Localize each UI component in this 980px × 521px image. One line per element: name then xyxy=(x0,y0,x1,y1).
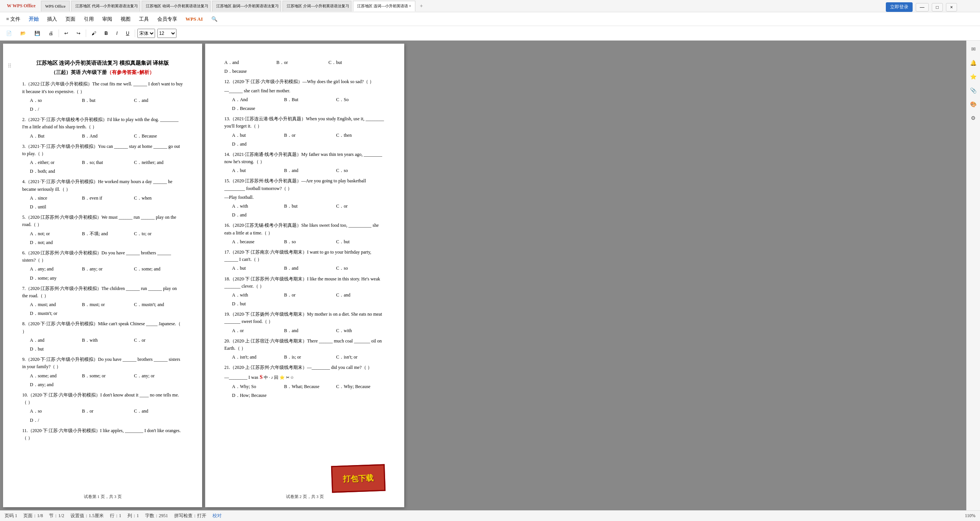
side-icon-paint[interactable]: 🎨 xyxy=(968,99,979,110)
toolbar-bold[interactable]: B xyxy=(101,29,111,37)
status-page: 页码 1 xyxy=(5,513,17,519)
new-tab-button[interactable]: + xyxy=(417,2,426,11)
menu-bar: ≡ 文件 开始 插入 页面 引用 审阅 视图 工具 会员专享 WPS AI 🔍 xyxy=(0,12,980,26)
menu-insert[interactable]: 插入 xyxy=(43,14,61,24)
drag-handle-left[interactable]: ⠿ xyxy=(8,63,11,69)
status-words: 字数：2951 xyxy=(145,513,168,519)
tab-2[interactable]: 江苏地区 代词—小升初英语语法复习 × xyxy=(71,1,140,11)
doc-subtitle: （三起）英语 六年级下册（有参考答案+解析） xyxy=(22,69,183,76)
close-button[interactable]: × xyxy=(946,3,957,11)
tab-5-close[interactable]: × xyxy=(351,4,352,8)
tab-4-close[interactable]: × xyxy=(280,4,281,8)
question-20: 20.（2020·上·江苏宿迁·六年级线考期末）There ______ muc… xyxy=(224,338,385,361)
question-10: 10.（2020·下·江苏·六年级小升初模拟）I don't know abou… xyxy=(22,392,183,424)
question-2: 2.（2022·下·江苏·六年级校考小升初模拟）I'd like to play… xyxy=(22,116,183,140)
tab-3[interactable]: 江苏地区 动词—小升初英语语法复习 × xyxy=(142,1,211,11)
status-line: 行：1 xyxy=(110,513,121,519)
question-3: 3.（2021·下·江苏·六年级小升初模拟）You can ______ sta… xyxy=(22,143,183,175)
status-section: 节：1/2 xyxy=(49,513,64,519)
status-settings: 设置值：1.5厘米 xyxy=(70,513,104,519)
question-4: 4.（2021·下·江苏·六年级小升初模拟）He worked many hou… xyxy=(22,178,183,211)
question-11: 11.（2020·下·江苏·六年级小升初模拟）I like apples, __… xyxy=(22,427,183,442)
question-9: 9.（2020·下·江苏·六年级小升初模拟）Do you have ______… xyxy=(22,356,183,388)
toolbar-sep-2 xyxy=(86,29,86,37)
menu-view[interactable]: 视图 xyxy=(117,14,134,24)
question-11-options: A．and B．or C．but D．because xyxy=(224,59,385,75)
login-button[interactable]: 立即登录 xyxy=(886,2,913,12)
question-19: 19.（2020·下·江苏扬州·六年级线考期末）My mother is on … xyxy=(224,311,385,334)
maximize-button[interactable]: □ xyxy=(932,3,943,11)
minimize-button[interactable]: — xyxy=(916,3,929,11)
right-panel: ✉ 🔔 ⭐ 📎 🎨 ⚙ xyxy=(966,41,980,510)
question-1: 1.（2022·江苏·六年级小升初模拟）The coat fits me wel… xyxy=(22,80,183,113)
status-verify[interactable]: 校对 xyxy=(212,513,222,519)
question-17: 17.（2020·下·江苏南京·六年级线考期末）I want to go to … xyxy=(224,249,385,272)
page-2-footer: 试卷第 2 页，共 3 页 xyxy=(205,494,404,500)
menu-file[interactable]: ≡ 文件 xyxy=(2,14,24,24)
menu-tools[interactable]: 工具 xyxy=(135,14,153,24)
toolbar-italic[interactable]: I xyxy=(113,29,121,37)
side-icon-clip[interactable]: 📎 xyxy=(968,85,979,96)
toolbar-underline[interactable]: U xyxy=(123,29,132,37)
menu-start[interactable]: 开始 xyxy=(25,14,42,24)
tab-bar: W WPS Office WPS Office 江苏地区 代词—小升初英语语法复… xyxy=(0,0,980,12)
document-area: ⠿ 江苏地区 连词小升初英语语法复习 模拟真题集训 译林版 （三起）英语 六年级… xyxy=(0,41,980,510)
status-col: 列：1 xyxy=(127,513,139,519)
zoom-level: 110% xyxy=(965,513,975,519)
toolbar-new[interactable]: 📄 xyxy=(3,29,15,37)
page-1: ⠿ 江苏地区 连词小升初英语语法复习 模拟真题集训 译林版 （三起）英语 六年级… xyxy=(3,44,202,507)
tab-5[interactable]: 江苏地区 介词—小升初英语语法复习 × xyxy=(283,1,351,11)
search-button[interactable]: 🔍 xyxy=(207,15,221,24)
question-5: 5.（2020·江苏苏州·六年级小升初模拟）We must ______ run… xyxy=(22,214,183,246)
status-proofread: 拼写检查：打开 xyxy=(174,513,206,519)
tab-4[interactable]: 江苏地区 副词—小升初英语语法复习 × xyxy=(212,1,281,11)
side-icon-settings[interactable]: ⚙ xyxy=(968,113,979,123)
toolbar: 📄 📂 💾 🖨 ↩ ↪ 🖌 B I U 宋体 12 xyxy=(0,26,980,41)
doc-title: 江苏地区 连词小升初英语语法复习 模拟真题集训 译林版 xyxy=(22,59,183,67)
question-8: 8.（2020·下·江苏·六年级小升初模拟）Mike can't speak C… xyxy=(22,320,183,353)
question-15: 15.（2020·江苏苏州·线考小升初真题）—Are you going to … xyxy=(224,177,385,219)
font-size-select[interactable]: 12 xyxy=(157,29,176,38)
menu-wps-ai[interactable]: WPS AI xyxy=(182,15,207,24)
status-page-total: 页面：1/8 xyxy=(23,513,43,519)
tab-6-active[interactable]: 江苏地区 连词—小升初英语语 × xyxy=(353,1,415,11)
side-icon-notification[interactable]: 🔔 xyxy=(968,57,979,68)
question-7: 7.（2020·江苏苏州·六年级小升初模拟）The children _____… xyxy=(22,285,183,318)
menu-vip[interactable]: 会员专享 xyxy=(154,14,181,24)
question-18: 18.（2020·下·江苏苏州·六年级线考期末）I like the mouse… xyxy=(224,275,385,308)
question-13: 13.（2021·江苏连云港·线考小升初真题）When you study En… xyxy=(224,115,385,148)
font-family-select[interactable]: 宋体 xyxy=(137,29,155,38)
toolbar-sep-1 xyxy=(59,29,59,37)
toolbar-save[interactable]: 💾 xyxy=(31,29,43,37)
tab-3-close[interactable]: × xyxy=(210,4,211,8)
menu-page[interactable]: 页面 xyxy=(62,14,79,24)
page-1-footer: 试卷第 1 页，共 3 页 xyxy=(3,494,202,500)
toolbar-open[interactable]: 📂 xyxy=(17,29,29,37)
question-16: 16.（2020·江苏无锡·模考小升初真题）She likes sweet fo… xyxy=(224,222,385,246)
toolbar-redo[interactable]: ↪ xyxy=(74,29,83,37)
menu-reference[interactable]: 引用 xyxy=(80,14,98,24)
side-icon-mail[interactable]: ✉ xyxy=(968,44,979,54)
toolbar-format-painter[interactable]: 🖌 xyxy=(88,29,99,37)
question-21: 21.（2020·上·江苏苏州·六年级线考期末）—________ did yo… xyxy=(224,364,385,399)
menu-review[interactable]: 审阅 xyxy=(98,14,116,24)
toolbar-sep-3 xyxy=(135,29,135,37)
tab-2-close[interactable]: × xyxy=(139,4,140,8)
question-14: 14.（2021·江苏南通·线考小升初真题）My father was thin… xyxy=(224,151,385,175)
question-12: 12.（2020·下·江苏·六年级小升初模拟）—Why does the gir… xyxy=(224,78,385,112)
top-right-controls: 立即登录 — □ × xyxy=(886,2,957,12)
toolbar-undo[interactable]: ↩ xyxy=(61,29,71,37)
tab-1[interactable]: WPS Office xyxy=(41,1,70,11)
app-logo: W WPS Office xyxy=(3,2,39,10)
question-6: 6.（2020·江苏苏州·六年级小升初模拟）Do you have ______… xyxy=(22,249,183,282)
download-badge[interactable]: 打包下载 xyxy=(331,464,385,493)
status-bar: 页码 1 页面：1/8 节：1/2 设置值：1.5厘米 行：1 列：1 字数：2… xyxy=(0,510,980,521)
page-2: A．and B．or C．but D．because 12.（2020·下·江苏… xyxy=(205,44,404,507)
toolbar-print[interactable]: 🖨 xyxy=(46,29,56,37)
side-icon-star[interactable]: ⭐ xyxy=(968,71,979,82)
